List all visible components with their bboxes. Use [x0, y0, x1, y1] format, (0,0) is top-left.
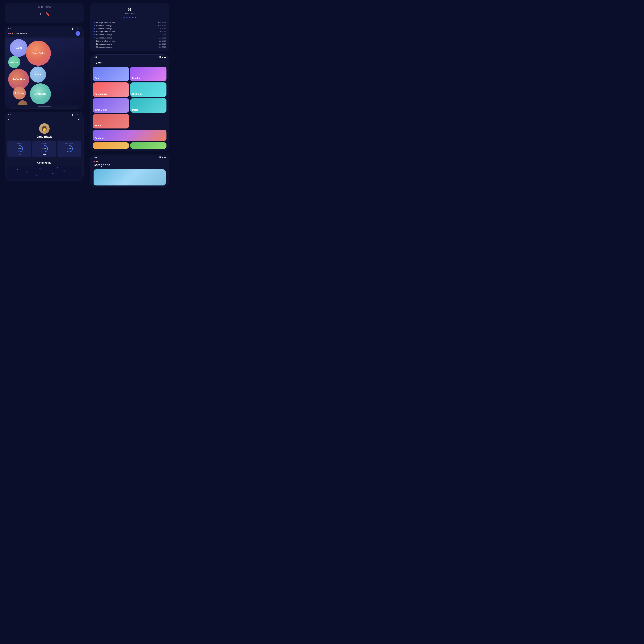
category-gratitude[interactable]: Gratitude [130, 82, 166, 97]
stat-percent-breaths: 75% [18, 148, 21, 150]
milestone-count: 8 [93, 6, 166, 12]
wifi-icon-4: ▲ [162, 156, 163, 158]
milestone-star-icon: ★ [93, 24, 95, 27]
milestone-item: ★ 10 consecutive days Nov 2019 [93, 24, 166, 27]
milestone-text: 100 days with a session [96, 40, 115, 42]
wifi-icon-2: ▲ [76, 114, 78, 115]
pagination-dot [99, 168, 101, 168]
categories-grid: Calm Random Perspective Gratitude Inner … [90, 66, 169, 151]
right-column: 8 milestones ★ ★ ★ ★ ★ ★ 150 days with a… [87, 0, 174, 190]
category-preview-card[interactable] [94, 169, 166, 185]
category-calm[interactable]: Calm [93, 67, 129, 81]
phone-back-panel: 9:41 ▌▌▌ ▲ ▬ ‹ BACK Calm Random [90, 54, 169, 151]
profile-name: Jane Black [37, 135, 52, 138]
star-1: ★ [123, 16, 125, 19]
status-bar-3: 9:41 ▌▌▌ ▲ ▬ [90, 55, 169, 59]
milestone-star-icon: ★ [93, 46, 95, 48]
milestone-date: Dec 2019 [158, 22, 166, 24]
bubble-calm-top[interactable]: Calm [10, 39, 28, 57]
bookmark-icon[interactable]: 🔖 [46, 12, 50, 16]
cat-label-detox: Detox [132, 109, 138, 111]
map-dot [57, 167, 58, 168]
milestone-star-icon: ★ [93, 40, 95, 42]
milestone-text: 10 consecutive days [96, 34, 112, 36]
category-detox[interactable]: Detox [130, 98, 166, 113]
bubble-gratitude-big[interactable]: Gratitude [30, 83, 51, 104]
milestone-date: Jul 2019 [159, 46, 166, 48]
wifi-icon-3: ▲ [162, 56, 163, 58]
logo-dot-red [10, 33, 11, 34]
star-3: ★ [129, 16, 131, 19]
logo-dots [8, 33, 13, 34]
cat-logo-dot-2 [96, 161, 98, 162]
community-title: Community [7, 161, 81, 164]
category-inner-quiet[interactable]: Inner Quiet [93, 98, 129, 113]
category-extra1[interactable] [93, 142, 129, 149]
stat-percent-streak: 82% [67, 148, 71, 150]
category-celebrate[interactable]: Celebrate [93, 130, 166, 141]
back-chevron-icon[interactable]: ‹ [94, 61, 95, 64]
back-button-profile[interactable]: ‹ [8, 118, 9, 121]
status-time-3: 9:41 [94, 56, 97, 58]
milestone-text: 150 days with a session [96, 22, 115, 24]
stat-label-thoughts: Thoughts [41, 142, 47, 144]
map-dots-container [7, 166, 81, 179]
map-dot [64, 171, 65, 171]
milestone-item: ★ 100 days with a session Oct 2019 [93, 40, 166, 42]
back-panel-header: ‹ BACK [90, 59, 169, 66]
bubble-calm-mid[interactable]: Calm [30, 66, 46, 83]
cat-label-inner-quiet: Inner Quiet [95, 109, 107, 111]
milestone-item: ★ 50 consecutive days Jul 2019 [93, 46, 166, 48]
cat-phone-logo [90, 159, 169, 162]
phone-header-1: 3 THOUGHTS J [5, 30, 84, 38]
status-icons-4: ▌▌▌ ▲ ▬ [158, 156, 166, 158]
status-bar-4: 9:41 ▌▌▌ ▲ ▬ [90, 155, 169, 159]
bubble-gratitude-small[interactable]: Gratitude [8, 56, 20, 68]
star-5: ★ [134, 16, 137, 19]
bubbles-area: Calm Deep Calm Gratitude Reflection Calm… [5, 38, 84, 105]
cat-label-calm: Calm [95, 77, 100, 80]
pagination-dot [101, 168, 103, 168]
stat-streak: Daily Streak 82% 21 [57, 141, 81, 157]
milestone-date: Nov 2019 [158, 25, 166, 27]
stat-number-streak: 21 [68, 153, 70, 156]
map-dot [40, 168, 40, 169]
bubble-reflection-small[interactable]: Reflection [13, 87, 26, 99]
battery-icon-4: ▬ [164, 156, 166, 158]
wifi-icon: ▲ [76, 28, 78, 29]
category-extra2[interactable] [130, 142, 166, 149]
milestone-date: Jul 2019 [159, 37, 166, 39]
status-icons-3: ▌▌▌ ▲ ▬ [158, 56, 166, 58]
milestone-item: ★ 10 consecutive days Jul 2019 [93, 43, 166, 45]
tap-continue-card[interactable]: Tap to continue ⬆ 🔖 [5, 3, 84, 23]
milestone-label: milestones [93, 12, 166, 15]
cat-phone-pagination [90, 168, 169, 169]
stat-percent-thoughts: 67% [43, 148, 46, 150]
category-perspective[interactable]: Perspective [93, 82, 129, 97]
milestone-text: 10 consecutive days [96, 25, 112, 27]
stat-number-breaths: 12 401 [16, 153, 22, 156]
settings-icon[interactable]: ⚙ [78, 118, 80, 121]
user-avatar-badge[interactable]: J [76, 31, 80, 36]
share-icon[interactable]: ⬆ [39, 12, 42, 16]
milestone-item: ★ 20 consecutive days Oct 2019 [93, 28, 166, 30]
star-2: ★ [126, 16, 128, 19]
milestone-star-icon: ★ [93, 28, 95, 30]
category-belief[interactable]: Belief [93, 114, 129, 128]
milestone-item: ★ 150 days with a session Dec 2019 [93, 21, 166, 24]
profile-header: ‹ ⚙ [5, 116, 84, 123]
milestone-item: ★ 10 consecutive days Jul 2019 [93, 34, 166, 36]
cat-logo-dot-1 [94, 161, 95, 162]
back-label[interactable]: BACK [96, 62, 103, 64]
stat-label-streak: Daily Streak [65, 142, 73, 144]
stats-row: Breaths 75% 12 401 Thoughts [5, 141, 84, 160]
bubble-deep-calm[interactable]: Deep Calm [26, 41, 51, 66]
milestone-date: Jul 2019 [159, 43, 166, 45]
category-random[interactable]: Random [130, 67, 166, 81]
map-dot [17, 169, 18, 170]
profile-avatar: 👩 [39, 123, 50, 134]
phone-categories: 9:41 ▌▌▌ ▲ ▬ Categories [90, 155, 169, 187]
map-dot [52, 173, 53, 174]
profile-info: 👩 Jane Black [5, 123, 84, 141]
cat-label-random: Random [132, 77, 141, 80]
